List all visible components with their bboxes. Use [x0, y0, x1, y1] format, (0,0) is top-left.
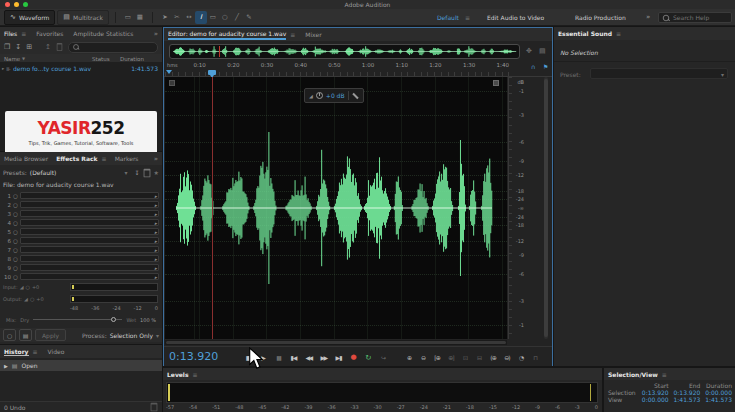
files-search-box[interactable] [68, 42, 158, 53]
sv-view-start[interactable]: 0:00.000 [640, 396, 672, 403]
slot-bar[interactable]: ▸ [20, 264, 159, 271]
timeline-scrollbar-thumb[interactable] [166, 341, 506, 344]
insert-into-multitrack-icon[interactable]: ↥ [45, 44, 51, 51]
razor-tool-icon[interactable]: ✂ [171, 11, 183, 24]
workspace-menu[interactable]: Default [437, 14, 459, 21]
effects-slot[interactable]: 2 ○ ▸ [0, 200, 162, 209]
zoom-in-in-point-button[interactable]: [⊕ [430, 350, 444, 364]
mix-slider[interactable] [33, 319, 122, 320]
paintbrush-tool-icon[interactable]: ╱ [231, 11, 243, 24]
transport-skip-to-start-button[interactable]: ▮◀ [286, 350, 301, 364]
tab-levels[interactable]: Levels [167, 371, 189, 378]
essential-sound-menu-icon[interactable]: ≡ [616, 30, 621, 37]
import-file-icon[interactable]: ↧ [15, 44, 21, 51]
main-waveform[interactable] [165, 77, 507, 339]
files-panel-menu-icon[interactable]: ≡ [21, 30, 26, 37]
files-trash-icon[interactable] [57, 43, 63, 51]
process-select[interactable]: Selection Only [110, 332, 153, 339]
slot-bar[interactable]: ▸ [20, 210, 159, 217]
snap-icon[interactable]: ∩ [531, 63, 535, 70]
effects-slot[interactable]: 4 ○ ▸ [0, 218, 162, 227]
zoom-amplitude-in-button[interactable]: (⊕ [486, 350, 500, 364]
slot-arrow-icon[interactable]: ▸ [154, 238, 157, 244]
transport-record-button[interactable]: ● [346, 350, 361, 364]
slot-arrow-icon[interactable]: ▸ [154, 265, 157, 271]
hud-knob[interactable] [316, 92, 323, 99]
mix-slider-knob[interactable] [111, 317, 116, 322]
effects-slot[interactable]: 1 ○ ▸ [0, 191, 162, 200]
tab-editor[interactable]: Editor: demo for audacity course 1.wav [168, 30, 286, 40]
waveform-display[interactable]: ◢ +0 dB [165, 77, 507, 339]
delete-preset-icon[interactable] [143, 168, 150, 177]
workspace-menu-icon[interactable]: ≡ [465, 14, 470, 21]
effects-slot[interactable]: 5 ○ ▸ [0, 227, 162, 236]
slip-tool-icon[interactable]: ↔ [183, 11, 195, 24]
amplitude-scale[interactable]: dB -1-3-6-9-12-18-24-∞-24-18-12-9-6-3-1 [508, 77, 527, 339]
slot-arrow-icon[interactable]: ▸ [154, 274, 157, 280]
overview-waveform[interactable] [171, 46, 518, 57]
slot-power-icon[interactable]: ○ [13, 220, 18, 226]
zoom-to-selection-button[interactable]: ⊡ [458, 350, 472, 364]
history-panel-menu-icon[interactable]: ≡ [33, 348, 38, 355]
preset-select[interactable]: (Default) [30, 169, 122, 176]
levels-meter[interactable] [166, 382, 598, 403]
column-status[interactable]: Status [92, 56, 110, 62]
slot-power-icon[interactable]: ○ [13, 265, 18, 271]
slot-arrow-icon[interactable]: ▸ [154, 193, 157, 199]
waveform-view-button[interactable]: ∿ Waveform [4, 10, 55, 25]
slot-arrow-icon[interactable]: ▸ [154, 256, 157, 262]
multitrack-view-button[interactable]: ▤ Multitrack [57, 10, 109, 25]
slot-arrow-icon[interactable]: ▸ [154, 211, 157, 217]
healing-tool-icon[interactable]: ✎ [243, 11, 255, 24]
preset-dropdown-icon[interactable]: ▾ [125, 169, 128, 176]
channel-toggle-button[interactable]: ▤ [19, 329, 32, 341]
slot-bar[interactable]: ▸ [20, 255, 159, 262]
zoom-in-time-button[interactable]: ⊕ [402, 350, 416, 364]
show-spectral-icon[interactable]: ▦ [134, 11, 146, 24]
lasso-tool-icon[interactable]: ○ [219, 11, 231, 24]
file-name[interactable]: demo fo...ty course 1.wav [13, 65, 129, 72]
slot-bar[interactable]: ▸ [20, 246, 159, 253]
files-tab-overflow-icon[interactable]: » [154, 30, 158, 38]
essential-preset-dropdown-icon[interactable]: ▾ [721, 71, 724, 78]
tab-history[interactable]: History [4, 348, 29, 356]
history-trash-icon[interactable] [151, 403, 158, 412]
column-duration[interactable]: Duration [120, 56, 144, 62]
effects-slot[interactable]: 9 ○ ▸ [0, 263, 162, 272]
slot-arrow-icon[interactable]: ▸ [154, 202, 157, 208]
effects-slot[interactable]: 8 ○ ▸ [0, 254, 162, 263]
zoom-amplitude-out-button[interactable]: ⊖) [500, 350, 514, 364]
hud-gain-value[interactable]: +0 dB [326, 92, 345, 99]
sv-view-duration[interactable]: 1:41.573 [703, 396, 735, 403]
wave-corner-right-icon[interactable] [493, 80, 499, 86]
overview-menu-icon[interactable]: ▤ [539, 47, 546, 55]
zoom-out-full-button[interactable]: ⊟ [472, 350, 486, 364]
slot-power-icon[interactable]: ○ [13, 238, 18, 244]
tab-media-browser[interactable]: Media Browser [4, 155, 48, 162]
transport-skip-to-end-button[interactable]: ▶▮ [331, 350, 346, 364]
effects-slot[interactable]: 6 ○ ▸ [0, 236, 162, 245]
sv-selection-duration[interactable]: 0:00.000 [703, 389, 735, 396]
slot-bar[interactable]: ▸ [20, 237, 159, 244]
tab-mixer[interactable]: Mixer [305, 31, 321, 38]
files-search-input[interactable] [82, 44, 154, 50]
open-file-icon[interactable]: ❐ [4, 44, 10, 51]
transport-loop-button[interactable]: ↻ [361, 350, 376, 364]
sv-view-end[interactable]: 1:41.573 [672, 396, 704, 403]
new-container-icon[interactable]: ⊞ [26, 44, 32, 51]
playback-timer-button[interactable]: ◔ [514, 350, 528, 364]
apply-button[interactable]: Apply [35, 329, 66, 341]
marker-flag-icon[interactable]: ⚑ [543, 63, 548, 70]
sv-selection-start[interactable]: 0:13.920 [640, 389, 672, 396]
editor-panel-menu-icon[interactable]: ≡ [290, 31, 295, 38]
name-filter-icon[interactable]: ▼ [22, 56, 25, 61]
slot-power-icon[interactable]: ○ [13, 274, 18, 280]
effects-slot[interactable]: 10 ○ ▸ [0, 272, 162, 281]
tab-amplitude-statistics[interactable]: Amplitude Statistics [73, 30, 133, 37]
hud-pin-icon[interactable] [352, 92, 358, 98]
zoom-out-time-button[interactable]: ⊖ [416, 350, 430, 364]
column-name[interactable]: Name [4, 56, 20, 62]
history-item-open[interactable]: ▶ ▤ Open [0, 360, 162, 371]
playhead-line[interactable] [212, 77, 213, 339]
levels-menu-icon[interactable]: ≡ [193, 371, 198, 378]
